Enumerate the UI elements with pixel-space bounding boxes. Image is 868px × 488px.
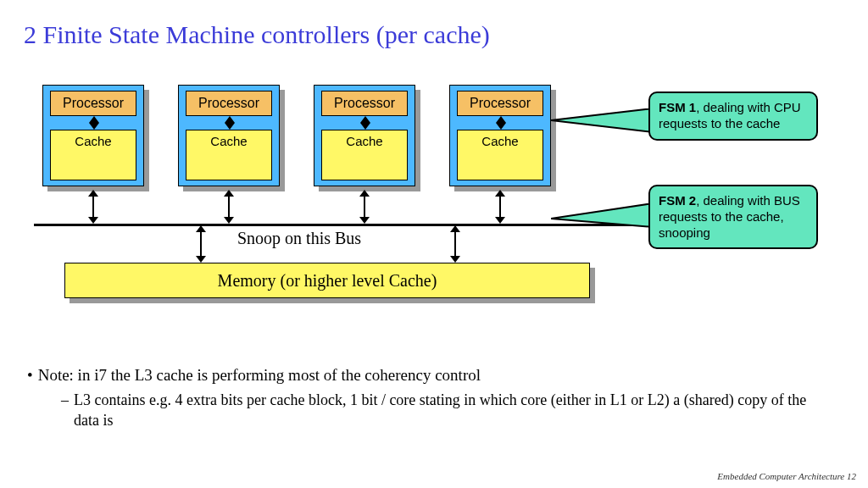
callout-fsm2-bold: FSM 2 — [659, 193, 696, 208]
bus-mem-arrow-0 — [195, 225, 207, 263]
cache-box: Cache — [186, 130, 272, 180]
callout-tail-fsm1 — [551, 108, 661, 142]
proc-cache-arrow — [88, 116, 100, 130]
node-2: Processor Cache — [314, 85, 415, 186]
proc-cache-arrow — [495, 116, 507, 130]
note-bullet: • Note: in i7 the L3 cache is performing… — [27, 364, 824, 386]
memory-box: Memory (or higher level Cache) — [64, 263, 590, 298]
proc-cache-arrow — [224, 116, 236, 130]
cache-bus-arrow-1 — [223, 190, 235, 224]
callout-tail-fsm2 — [551, 203, 661, 237]
callout-fsm2: FSM 2, dealing with BUS requests to the … — [648, 185, 818, 249]
node-1: Processor Cache — [178, 85, 280, 186]
cache-bus-arrow-2 — [359, 190, 370, 224]
node-outer: Processor Cache — [178, 85, 280, 186]
processor-box: Processor — [457, 91, 543, 116]
cache-box: Cache — [50, 130, 136, 180]
bus-mem-arrow-1 — [449, 225, 461, 263]
cache-box: Cache — [457, 130, 543, 180]
callout-fsm1-bold: FSM 1 — [659, 100, 696, 114]
callout-fsm1: FSM 1, dealing with CPU requests to the … — [648, 92, 818, 141]
processor-box: Processor — [321, 91, 408, 116]
diagram-area: Processor Cache Processor Cache Processo… — [42, 85, 822, 322]
proc-cache-arrow — [359, 116, 371, 130]
cache-box: Cache — [321, 130, 408, 180]
footer-text: Embedded Computer Architecture 12 — [717, 471, 856, 481]
svg-marker-0 — [551, 108, 653, 132]
snoop-label: Snoop on this Bus — [237, 229, 361, 248]
processor-box: Processor — [186, 91, 272, 116]
svg-marker-1 — [551, 203, 653, 227]
node-outer: Processor Cache — [42, 85, 144, 186]
notes-area: • Note: in i7 the L3 cache is performing… — [27, 364, 824, 430]
cache-bus-arrow-3 — [494, 190, 506, 224]
bullet-dot: • — [27, 364, 33, 386]
node-outer: Processor Cache — [314, 85, 415, 186]
processor-box: Processor — [50, 91, 136, 116]
slide-title: 2 Finite State Machine controllers (per … — [24, 20, 490, 49]
node-0: Processor Cache — [42, 85, 144, 186]
note-main: Note: in i7 the L3 cache is performing m… — [38, 364, 481, 386]
dash: – — [61, 390, 69, 431]
note-sub-text: L3 contains e.g. 4 extra bits per cache … — [74, 390, 824, 431]
node-outer: Processor Cache — [449, 85, 551, 186]
note-sub: – L3 contains e.g. 4 extra bits per cach… — [61, 390, 824, 431]
cache-bus-arrow-0 — [87, 190, 99, 224]
memory-label: Memory (or higher level Cache) — [218, 271, 437, 291]
node-3: Processor Cache — [449, 85, 551, 186]
